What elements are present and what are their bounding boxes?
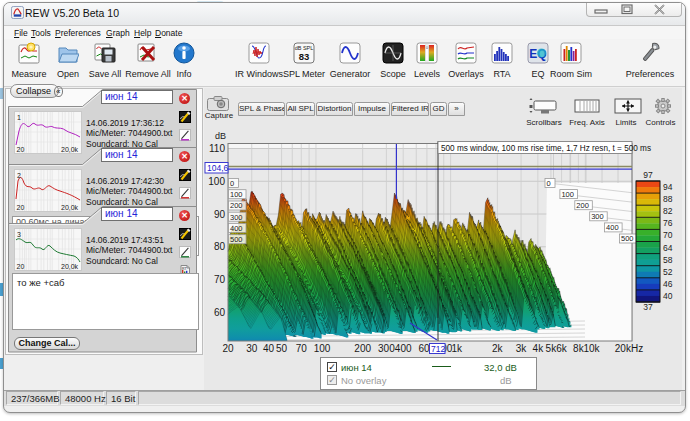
svg-text:70: 70 (663, 230, 673, 240)
svg-text:88: 88 (663, 194, 673, 204)
svg-text:30: 30 (246, 343, 258, 354)
svg-text:70: 70 (296, 343, 308, 354)
svg-text:40: 40 (663, 291, 673, 301)
svg-text:52: 52 (663, 267, 673, 277)
svg-text:dB: dB (215, 131, 226, 141)
svg-text:110: 110 (209, 143, 225, 154)
svg-text:70: 70 (214, 274, 226, 285)
svg-text:400: 400 (230, 224, 243, 233)
svg-text:100: 100 (314, 343, 331, 354)
svg-text:2k: 2k (492, 343, 504, 354)
svg-text:0: 0 (547, 179, 551, 188)
svg-text:1k: 1k (452, 343, 464, 354)
svg-text:97: 97 (643, 170, 653, 180)
svg-text:200: 200 (576, 201, 589, 210)
svg-text:60: 60 (214, 307, 226, 318)
svg-text:80: 80 (214, 241, 226, 252)
svg-text:500 ms window, 100 ms rise tim: 500 ms window, 100 ms rise time, 1,7 Hz … (441, 144, 651, 153)
svg-text:100: 100 (208, 176, 225, 187)
svg-text:3k: 3k (516, 343, 528, 354)
svg-text:76: 76 (663, 218, 673, 228)
svg-text:300: 300 (378, 343, 395, 354)
svg-text:100: 100 (561, 190, 574, 199)
svg-text:10k: 10k (583, 343, 600, 354)
svg-text:400: 400 (395, 343, 412, 354)
svg-text:200: 200 (354, 343, 371, 354)
svg-text:104,6: 104,6 (207, 163, 229, 173)
svg-text:4k: 4k (533, 343, 545, 354)
svg-text:0: 0 (230, 179, 234, 188)
svg-text:712: 712 (431, 344, 445, 354)
svg-text:20kHz: 20kHz (615, 343, 643, 354)
svg-text:40: 40 (263, 343, 275, 354)
svg-text:200: 200 (230, 201, 243, 210)
svg-text:90: 90 (214, 209, 226, 220)
svg-text:50: 50 (276, 343, 288, 354)
svg-text:58: 58 (663, 255, 673, 265)
svg-text:300: 300 (230, 213, 243, 222)
svg-text:100: 100 (230, 190, 243, 199)
svg-text:20: 20 (222, 343, 234, 354)
svg-text:37: 37 (643, 302, 653, 312)
svg-text:400: 400 (606, 223, 619, 232)
svg-text:500: 500 (621, 234, 634, 243)
svg-text:46: 46 (663, 279, 673, 289)
svg-text:82: 82 (663, 206, 673, 216)
svg-text:64: 64 (663, 243, 673, 253)
svg-text:6k: 6k (556, 343, 568, 354)
svg-text:94: 94 (663, 182, 673, 192)
svg-text:300: 300 (591, 212, 604, 221)
svg-text:500: 500 (230, 235, 243, 244)
